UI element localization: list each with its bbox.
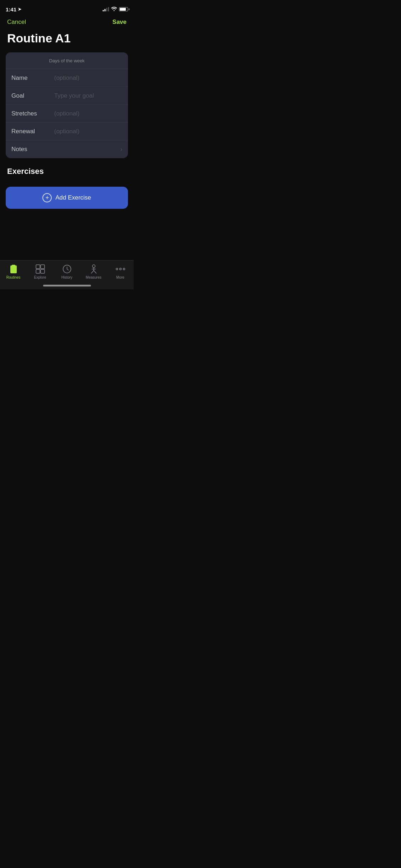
status-bar: 1:41 ➤ bbox=[0, 0, 134, 16]
name-row[interactable]: Name (optional) bbox=[6, 69, 128, 87]
measures-tab-label: Measures bbox=[86, 275, 102, 279]
battery-fill bbox=[120, 8, 126, 11]
svg-line-12 bbox=[91, 270, 94, 273]
signal-bars bbox=[103, 7, 109, 11]
svg-line-13 bbox=[94, 270, 96, 273]
svg-rect-2 bbox=[11, 268, 16, 268]
stretches-input[interactable]: (optional) bbox=[54, 110, 122, 117]
svg-rect-6 bbox=[41, 265, 45, 269]
more-tab-label: More bbox=[116, 275, 124, 279]
days-of-week-label: Days of the week bbox=[49, 58, 85, 63]
goal-input[interactable]: Type your goal bbox=[54, 92, 122, 99]
cancel-button[interactable]: Cancel bbox=[7, 19, 26, 26]
svg-point-10 bbox=[92, 265, 95, 268]
tab-explore[interactable]: Explore bbox=[27, 264, 53, 279]
svg-point-15 bbox=[116, 268, 118, 270]
exercises-title: Exercises bbox=[7, 167, 127, 176]
explore-tab-label: Explore bbox=[34, 275, 46, 279]
time-display: 1:41 bbox=[6, 6, 16, 12]
stretches-row[interactable]: Stretches (optional) bbox=[6, 105, 128, 123]
measures-icon bbox=[89, 264, 99, 274]
stretches-label: Stretches bbox=[11, 110, 54, 117]
add-exercise-icon: + bbox=[42, 193, 52, 202]
svg-rect-8 bbox=[41, 269, 45, 273]
form-card: Days of the week Name (optional) Goal Ty… bbox=[6, 52, 128, 158]
svg-rect-7 bbox=[36, 269, 40, 273]
renewal-label: Renewal bbox=[11, 128, 54, 135]
status-icons bbox=[103, 6, 128, 12]
svg-point-16 bbox=[119, 268, 121, 270]
form-header: Days of the week bbox=[6, 52, 128, 69]
battery-icon bbox=[119, 7, 128, 11]
notes-chevron: › bbox=[120, 146, 122, 153]
more-icon bbox=[115, 264, 125, 274]
status-time: 1:41 ➤ bbox=[6, 6, 21, 12]
tab-measures[interactable]: Measures bbox=[80, 264, 107, 279]
renewal-row[interactable]: Renewal (optional) bbox=[6, 123, 128, 140]
goal-label: Goal bbox=[11, 92, 54, 99]
wifi-icon bbox=[111, 6, 117, 12]
svg-point-17 bbox=[123, 268, 125, 270]
add-exercise-button[interactable]: + Add Exercise bbox=[6, 187, 128, 209]
add-exercise-label: Add Exercise bbox=[55, 194, 91, 201]
name-input[interactable]: (optional) bbox=[54, 74, 122, 82]
notes-row[interactable]: Notes › bbox=[6, 140, 128, 158]
svg-rect-1 bbox=[12, 265, 15, 266]
svg-rect-4 bbox=[11, 270, 14, 271]
svg-rect-3 bbox=[11, 269, 15, 270]
nav-bar: Cancel Save bbox=[0, 16, 134, 29]
tab-routines[interactable]: Routines bbox=[0, 264, 27, 279]
renewal-input[interactable]: (optional) bbox=[54, 128, 122, 135]
tab-history[interactable]: History bbox=[53, 264, 80, 279]
home-indicator bbox=[43, 285, 91, 286]
svg-rect-5 bbox=[36, 265, 40, 269]
explore-icon bbox=[35, 264, 45, 274]
screen: 1:41 ➤ Cancel Save Routine A1 Days of th… bbox=[0, 0, 134, 289]
tab-more[interactable]: More bbox=[107, 264, 134, 279]
history-tab-label: History bbox=[61, 275, 72, 279]
routines-tab-label: Routines bbox=[6, 275, 20, 279]
save-button[interactable]: Save bbox=[112, 19, 127, 26]
goal-row[interactable]: Goal Type your goal bbox=[6, 87, 128, 105]
routines-icon bbox=[9, 264, 19, 274]
page-title: Routine A1 bbox=[0, 29, 134, 52]
name-label: Name bbox=[11, 74, 54, 82]
notes-label: Notes bbox=[11, 146, 54, 153]
location-icon: ➤ bbox=[18, 7, 21, 12]
exercises-section: Exercises bbox=[0, 158, 134, 187]
history-icon bbox=[62, 264, 72, 274]
